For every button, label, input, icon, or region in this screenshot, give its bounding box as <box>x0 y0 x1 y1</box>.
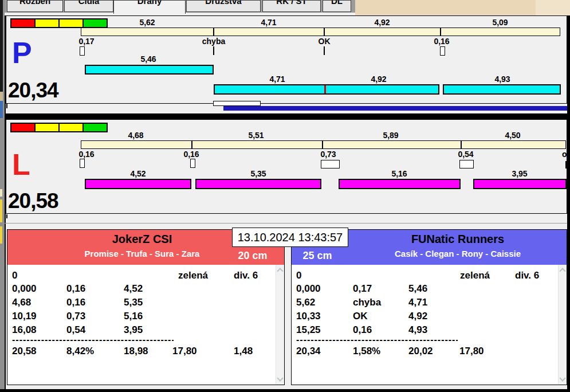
table-cell: div. 6 <box>515 270 539 281</box>
leg-time-label: 5,16 <box>391 169 407 178</box>
table-cell: 18,98 <box>124 346 148 357</box>
table-cell: zelená <box>178 270 208 281</box>
tab-cidla[interactable]: Cidla <box>64 0 113 12</box>
gate-label-clipped: ok <box>562 150 569 159</box>
scroll-up-icon[interactable] <box>559 268 565 274</box>
leg-time-label: 5,46 <box>140 54 156 64</box>
tab-rk-st[interactable]: RK / ST <box>262 0 321 12</box>
leg-time-label: 4,71 <box>269 75 285 84</box>
background-fragment <box>0 0 3 92</box>
tab-label: DL <box>323 0 351 6</box>
gate-label: 0,54 <box>458 150 473 159</box>
tab-druzstva[interactable]: Družstva <box>186 0 261 12</box>
table-divider: ----------------------------------------… <box>296 337 458 344</box>
section-divider-line <box>5 223 567 224</box>
gate-marker-tick <box>324 46 325 55</box>
team-left-table: 0 zelená div. 6 0,000 0,16 4,52 4,68 0,1… <box>7 265 284 385</box>
tab-label: RK / ST <box>263 0 320 6</box>
split-divider <box>322 141 323 148</box>
gate-marker-tick <box>565 161 567 168</box>
light-red <box>10 18 36 28</box>
table-divider: ----------------------------------------… <box>12 337 174 344</box>
tab-dl[interactable]: DL <box>323 0 351 12</box>
team-left-height: 20 cm <box>218 250 287 262</box>
table-cell: 1,58% <box>353 346 380 357</box>
table-cell: 0,54 <box>66 324 85 336</box>
table-cell: 20,34 <box>296 346 321 357</box>
lane-p-letter: P <box>12 38 32 68</box>
background-fragment <box>0 92 3 101</box>
light-yellow <box>34 123 60 132</box>
split-time-label: 4,71 <box>261 18 276 27</box>
table-cell: 4,93 <box>408 324 427 336</box>
gate-marker-box-wide <box>459 160 474 168</box>
light-green <box>82 18 108 28</box>
scroll-up-icon[interactable] <box>277 268 283 274</box>
table-cell: 4,68 <box>12 297 31 308</box>
lane-l-panel: 4,68 5,51 5,89 4,50 0,16 0,16 0,73 0,54 … <box>6 119 567 214</box>
background-fragment <box>0 199 2 222</box>
background-window-strip <box>0 0 5 389</box>
table-cell: 4,92 <box>408 311 427 322</box>
table-cell: 17,80 <box>172 346 197 357</box>
leg-time-label: 4,93 <box>494 75 510 84</box>
lane-p-run-bar <box>443 84 561 95</box>
gate-label: 0,17 <box>78 37 94 46</box>
gate-label: OK <box>319 37 331 46</box>
light-red <box>10 123 36 132</box>
lane-p-progress-outline <box>213 101 261 106</box>
lane-l-total: 20,58 <box>8 190 58 211</box>
table-cell: 20,02 <box>408 346 433 357</box>
split-divider <box>324 28 325 36</box>
window-bottom-border <box>0 389 570 392</box>
table-cell: 0,73 <box>66 311 85 322</box>
lane-p-run-bar <box>214 84 439 95</box>
table-cell: 0,16 <box>66 283 85 295</box>
table-cell: 8,42% <box>66 346 94 357</box>
gate-marker-box <box>440 46 445 56</box>
table-cell: 10,33 <box>296 311 321 322</box>
table-cell: 20,58 <box>12 346 37 357</box>
split-time-label: 5,89 <box>383 131 398 140</box>
tab-drahy[interactable]: Dráhy <box>113 0 186 14</box>
run-bar-fault-divider <box>324 85 326 93</box>
table-cell: 5,62 <box>296 297 315 308</box>
scroll-down-icon[interactable] <box>559 375 565 381</box>
gate-marker-tick <box>213 46 214 55</box>
team-right-runners: Casík - Clegan - Rony - Caissie <box>349 249 567 258</box>
gate-label: 0,73 <box>320 150 336 159</box>
split-time-label: 4,68 <box>128 131 143 140</box>
split-time-label: 5,51 <box>248 131 264 140</box>
gate-marker-box <box>80 46 85 56</box>
leg-time-label: 5,35 <box>250 169 266 178</box>
lane-p-panel: 5,62 4,71 4,92 5,09 0,17 chyba OK 0,16 P… <box>6 15 567 104</box>
tab-label: Cidla <box>65 0 113 6</box>
table-cell: 5,46 <box>408 283 427 295</box>
tab-rozbeh[interactable]: Rozběh <box>7 0 63 12</box>
split-time-label: 5,62 <box>139 18 155 27</box>
table-cell: 3,95 <box>124 324 143 336</box>
scrollbar[interactable] <box>276 265 284 385</box>
split-time-label: 4,50 <box>505 131 520 140</box>
leg-time-label: 3,95 <box>512 169 527 178</box>
scrollbar[interactable] <box>558 265 567 385</box>
desktop-tan-light <box>536 0 570 15</box>
light-green <box>82 123 108 132</box>
table-cell: 15,25 <box>296 324 321 336</box>
team-right-panel: FUNatic Runners Casík - Clegan - Rony - … <box>291 229 567 385</box>
table-cell: 16,08 <box>12 324 37 336</box>
table-cell: 4,71 <box>408 297 427 308</box>
background-fragment <box>0 226 2 244</box>
scroll-down-icon[interactable] <box>277 375 283 381</box>
lane-p-lights <box>10 18 108 28</box>
table-cell: 0,000 <box>12 283 37 295</box>
table-cell: 0 <box>296 270 301 281</box>
table-cell: zelená <box>460 270 490 281</box>
tab-label: Rozběh <box>7 0 62 6</box>
team-right-table: 0 zelená div. 6 0,000 0,17 5,46 5,62 chy… <box>292 265 567 385</box>
gate-marker-box <box>190 159 195 168</box>
app-window: Rozběh Cidla Dráhy Družstva RK / ST DL 5… <box>0 0 570 392</box>
split-time-label: 5,09 <box>492 18 508 27</box>
gate-marker-box <box>80 159 85 168</box>
panel-separator <box>5 113 568 119</box>
